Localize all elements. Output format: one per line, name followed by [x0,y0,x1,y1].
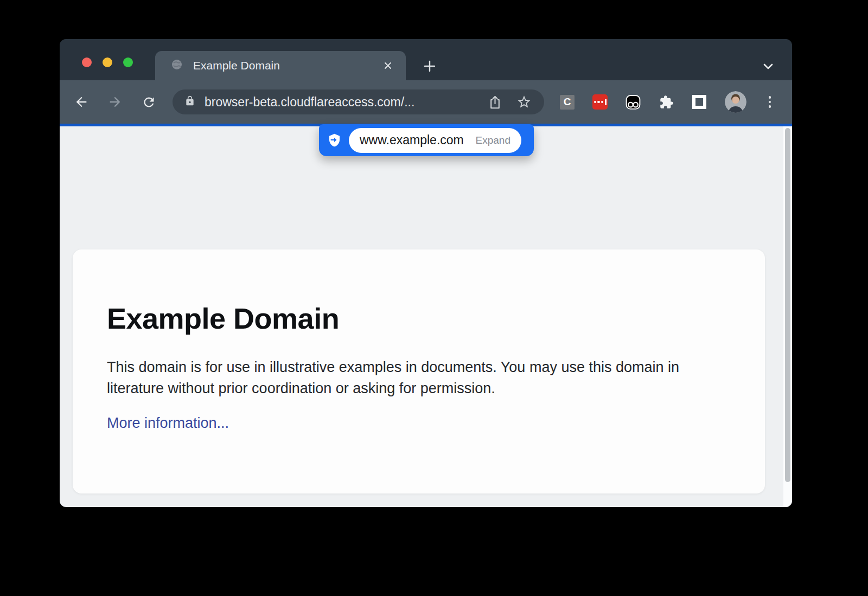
lastpass-extension-icon[interactable] [592,94,608,110]
browser-window: Example Domain [60,39,792,507]
scrollbar-thumb[interactable] [785,128,790,482]
forward-icon[interactable] [106,93,124,111]
page-viewport: www.example.com Expand Example Domain Th… [60,126,792,507]
c-extension-icon[interactable]: C [560,95,575,110]
address-bar[interactable]: browser-beta.cloudflareaccess.com/... [173,89,544,114]
scrollbar-track[interactable] [783,126,792,507]
extensions-row: C [560,80,775,124]
page-title: Example Domain [107,302,727,335]
new-tab-icon[interactable] [422,59,437,74]
lock-icon [184,95,195,108]
oo-extension-icon[interactable] [626,94,641,110]
back-icon[interactable] [73,93,90,111]
side-panel-icon[interactable] [692,94,707,110]
zoom-window-button[interactable] [123,57,133,67]
shield-arrow-icon [327,133,342,148]
url-text: browser-beta.cloudflareaccess.com/... [205,95,474,110]
tab-title: Example Domain [193,59,381,72]
minimize-window-button[interactable] [103,57,112,67]
more-information-link[interactable]: More information... [107,415,229,432]
star-bookmark-icon[interactable] [516,94,532,110]
close-window-button[interactable] [82,57,92,67]
page-paragraph: This domain is for use in illustrative e… [107,357,727,399]
browser-toolbar: browser-beta.cloudflareaccess.com/... C [60,80,792,124]
traffic-lights [82,57,133,67]
example-domain-card: Example Domain This domain is for use in… [73,249,765,494]
tab-strip: Example Domain [60,39,792,80]
kebab-menu-icon[interactable] [764,96,775,108]
access-domain-pill[interactable]: www.example.com Expand [319,124,534,156]
globe-favicon-icon [171,59,182,72]
puzzle-extensions-icon[interactable] [659,94,674,110]
chevron-down-icon[interactable] [761,60,776,73]
tab-example-domain[interactable]: Example Domain [155,51,406,80]
access-domain-text: www.example.com [360,133,476,148]
profile-avatar[interactable] [725,91,746,113]
reload-icon[interactable] [140,93,157,111]
access-domain-field[interactable]: www.example.com Expand [349,128,521,153]
close-tab-icon[interactable] [381,59,395,73]
screenshot-stage: Example Domain [0,0,868,596]
access-expand-button[interactable]: Expand [476,134,510,146]
share-icon[interactable] [487,94,503,110]
